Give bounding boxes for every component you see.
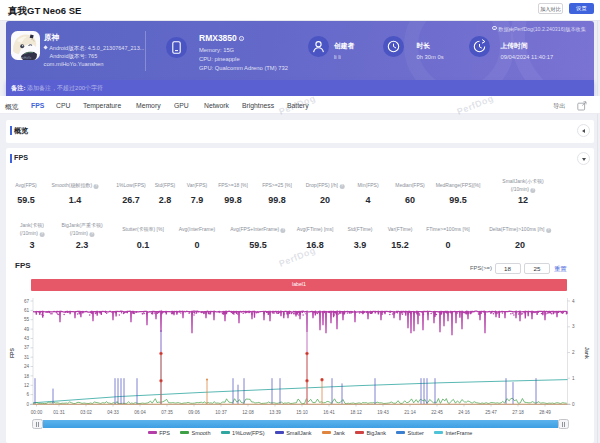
svg-text:3: 3 (572, 324, 575, 329)
svg-text:13:39: 13:39 (269, 410, 281, 415)
svg-text:4: 4 (572, 299, 575, 304)
svg-text:43: 43 (24, 336, 30, 341)
svg-text:18: 18 (24, 374, 30, 379)
svg-text:6: 6 (26, 392, 29, 397)
svg-text:miHoYo: miHoYo (21, 56, 32, 60)
svg-text:09:06: 09:06 (188, 410, 200, 415)
svg-text:FPS: FPS (9, 347, 15, 358)
svg-text:10:37: 10:37 (215, 410, 227, 415)
svg-text:27:18: 27:18 (512, 410, 524, 415)
svg-text:25:47: 25:47 (485, 410, 497, 415)
svg-text:19:43: 19:43 (377, 410, 389, 415)
svg-text:1: 1 (572, 376, 575, 381)
svg-text:18:12: 18:12 (350, 410, 362, 415)
svg-text:0: 0 (26, 402, 29, 407)
svg-text:16:41: 16:41 (323, 410, 335, 415)
svg-text:06:04: 06:04 (134, 410, 146, 415)
svg-text:07:35: 07:35 (161, 410, 173, 415)
svg-text:0: 0 (572, 402, 575, 407)
svg-text:37: 37 (24, 345, 30, 350)
svg-text:15:10: 15:10 (296, 410, 308, 415)
svg-text:28:49: 28:49 (539, 410, 551, 415)
svg-text:04:33: 04:33 (107, 410, 119, 415)
svg-text:61: 61 (24, 308, 30, 313)
svg-text:12: 12 (24, 383, 30, 388)
svg-text:67: 67 (24, 299, 30, 304)
svg-text:03:02: 03:02 (80, 410, 92, 415)
svg-text:24: 24 (24, 364, 30, 369)
svg-text:49: 49 (24, 327, 30, 332)
svg-text:21:14: 21:14 (404, 410, 416, 415)
svg-text:22:45: 22:45 (431, 410, 443, 415)
svg-text:31: 31 (24, 355, 30, 360)
svg-text:12:08: 12:08 (242, 410, 254, 415)
svg-text:01:31: 01:31 (53, 410, 65, 415)
svg-text:00:00: 00:00 (31, 410, 43, 415)
svg-text:24:16: 24:16 (458, 410, 470, 415)
svg-text:Jank: Jank (584, 347, 590, 359)
svg-text:55: 55 (24, 317, 30, 322)
svg-text:2: 2 (572, 350, 575, 355)
